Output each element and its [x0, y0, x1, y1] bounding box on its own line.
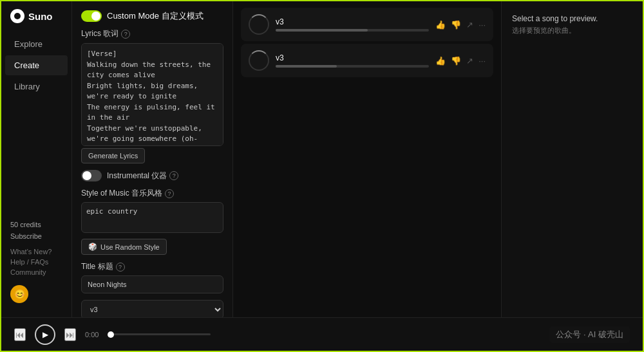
time-display: 0:00 [85, 331, 99, 338]
song-actions: 👍 👎 ↗ ··· [435, 20, 486, 30]
like-icon[interactable]: 👍 [435, 20, 446, 30]
more-icon[interactable]: ··· [478, 56, 486, 66]
preview-area: Select a song to preview. 选择要预览的歌曲。 [501, 1, 643, 317]
sidebar-links: What's New? Help / FAQs Community [10, 248, 62, 276]
title-input[interactable] [81, 275, 223, 293]
instrumental-help-icon[interactable]: ? [169, 171, 178, 180]
app-logo: Suno [1, 9, 71, 33]
watermark: 公众号 · AI 破壳山 [549, 326, 630, 343]
instrumental-label: Instrumental 仪器 ? [107, 171, 178, 181]
preview-title: Select a song to preview. [512, 14, 632, 23]
song-loading-spinner [249, 14, 269, 35]
song-info: v3 [276, 17, 429, 32]
panel-header: Custom Mode 自定义模式 [81, 10, 223, 22]
logo-icon [10, 9, 24, 23]
progress-track[interactable] [108, 333, 211, 335]
song-card: v3 👍 👎 ↗ ··· [241, 44, 493, 77]
more-icon[interactable]: ··· [478, 20, 486, 30]
avatar[interactable]: 😊 [10, 285, 28, 303]
lyrics-textarea[interactable]: [Verse] Walking down the streets, the ci… [81, 43, 223, 146]
song-progress-fill [276, 65, 337, 68]
song-card: v3 👍 👎 ↗ ··· [241, 8, 493, 41]
sidebar: Suno Explore Create Library 50 credits S… [1, 1, 72, 317]
song-progress-bar [276, 29, 429, 32]
dislike-icon[interactable]: 👎 [451, 20, 461, 30]
sidebar-item-explore[interactable]: Explore [5, 34, 68, 54]
sidebar-item-library[interactable]: Library [5, 77, 68, 97]
song-list-area: v3 👍 👎 ↗ ··· v3 👍 � [233, 1, 501, 317]
instrumental-section: Instrumental 仪器 ? [81, 170, 223, 181]
instrumental-toggle[interactable] [81, 170, 102, 181]
dislike-icon[interactable]: 👎 [451, 56, 461, 66]
song-actions: 👍 👎 ↗ ··· [435, 56, 486, 66]
song-progress-fill [276, 29, 368, 32]
lyrics-section: Lyrics 歌词 ? [Verse] Walking down the str… [81, 28, 223, 163]
style-section: Style of Music 音乐风格 ? epic country 🎲 Use… [81, 188, 223, 255]
random-style-button[interactable]: 🎲 Use Random Style [81, 239, 167, 255]
style-textarea[interactable]: epic country [81, 202, 223, 233]
community-link[interactable]: Community [10, 268, 62, 276]
bottom-player: ⏮ ▶ ⏭ 0:00 公众号 · AI 破壳山 [1, 317, 643, 351]
sidebar-nav: Explore Create Library [1, 33, 71, 214]
sidebar-item-create[interactable]: Create [5, 55, 68, 75]
panel-title: Custom Mode 自定义模式 [107, 10, 204, 22]
title-label: Title 标题 ? [81, 261, 223, 272]
lyrics-label: Lyrics 歌词 ? [81, 28, 223, 39]
like-icon[interactable]: 👍 [435, 56, 446, 66]
sidebar-bottom: 50 credits Subscribe What's New? Help / … [1, 214, 71, 310]
version-select[interactable]: v3 v2 v1 [81, 300, 223, 317]
preview-subtitle: 选择要预览的歌曲。 [512, 26, 632, 35]
song-version: v3 [276, 17, 429, 26]
prev-button[interactable]: ⏮ [14, 328, 26, 341]
help-faqs-link[interactable]: Help / FAQs [10, 258, 62, 266]
song-version: v3 [276, 53, 429, 62]
logo-text: Suno [28, 11, 53, 22]
create-panel: Custom Mode 自定义模式 Lyrics 歌词 ? [Verse] Wa… [72, 1, 233, 317]
credits-display: 50 credits [10, 221, 62, 228]
song-info: v3 [276, 53, 429, 68]
custom-mode-toggle[interactable] [81, 10, 102, 22]
style-label: Style of Music 音乐风格 ? [81, 188, 223, 199]
next-button[interactable]: ⏭ [64, 328, 76, 341]
style-help-icon[interactable]: ? [165, 189, 174, 198]
dice-icon: 🎲 [88, 243, 97, 251]
progress-dot [108, 331, 114, 338]
version-section: v3 v2 v1 [81, 300, 223, 317]
play-button[interactable]: ▶ [35, 324, 55, 345]
title-section: Title 标题 ? [81, 261, 223, 293]
whats-new-link[interactable]: What's New? [10, 248, 62, 255]
share-icon[interactable]: ↗ [466, 56, 473, 66]
title-help-icon[interactable]: ? [116, 263, 125, 272]
song-progress-bar [276, 65, 429, 68]
song-loading-spinner [249, 50, 269, 71]
lyrics-help-icon[interactable]: ? [121, 30, 130, 39]
share-icon[interactable]: ↗ [466, 20, 473, 30]
generate-lyrics-button[interactable]: Generate Lyrics [81, 148, 145, 163]
subscribe-button[interactable]: Subscribe [10, 232, 62, 240]
